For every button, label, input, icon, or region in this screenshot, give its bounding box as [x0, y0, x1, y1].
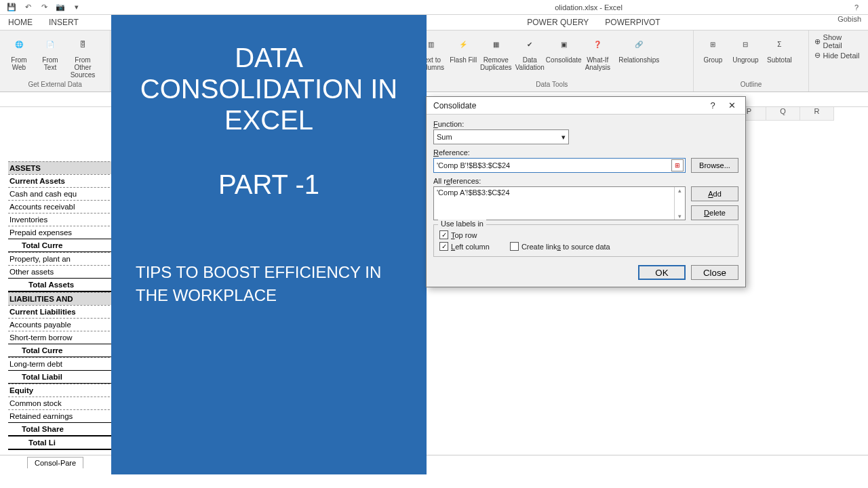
overlay-tagline: TIPS TO BOOST EFFICIENCY IN THE WORKPLAC…: [136, 261, 402, 306]
bsheet-row[interactable]: Prepaid expenses: [8, 226, 117, 239]
from-other-button[interactable]: 🗄 From Other Sources: [66, 33, 99, 79]
group-icon: ⊞: [702, 33, 724, 55]
bsheet-row[interactable]: Short-term borrow: [8, 331, 117, 344]
bsheet-row[interactable]: ASSETS: [8, 161, 117, 174]
consolidate-button[interactable]: ▣ Consolidate: [547, 33, 580, 64]
close-button[interactable]: Close: [691, 265, 738, 280]
chevron-down-icon: ▾: [561, 133, 566, 142]
bsheet-row[interactable]: Property, plant an: [8, 252, 117, 265]
whatif-label: What-If Analysis: [581, 56, 614, 71]
col-header[interactable]: Q: [766, 107, 800, 121]
overlay-subheading: PART -1: [136, 169, 402, 200]
close-icon[interactable]: ✕: [722, 99, 741, 113]
flash-fill-button[interactable]: ⚡ Flash Fill: [448, 33, 478, 64]
redo-icon[interactable]: ↷: [38, 2, 50, 13]
bsheet-row[interactable]: Equity: [8, 384, 117, 396]
relationships-label: Relationships: [618, 56, 659, 64]
tab-insert[interactable]: INSERT: [41, 15, 87, 30]
balance-sheet-range[interactable]: ASSETSCurrent AssetsCash and cash equAcc…: [8, 161, 117, 450]
tab-home[interactable]: HOME: [0, 15, 41, 30]
function-select[interactable]: Sum ▾: [433, 129, 569, 144]
bsheet-row[interactable]: Current Assets: [8, 174, 117, 187]
subtotal-button[interactable]: Σ Subtotal: [763, 33, 795, 64]
scroll-down-icon[interactable]: ▾: [678, 213, 682, 220]
use-labels-fieldset: Use labels in ✓ Top row ✓ Left column Cr…: [433, 224, 738, 257]
group-label: Group: [703, 56, 722, 64]
bsheet-row[interactable]: LIABILITIES AND: [8, 292, 117, 305]
duplicates-icon: ▦: [485, 33, 507, 55]
range-picker-icon[interactable]: ⊞: [671, 159, 684, 171]
bsheet-row[interactable]: Total Share: [8, 422, 117, 436]
dropdown-icon[interactable]: ▾: [71, 2, 83, 13]
bsheet-row[interactable]: Total Li: [8, 436, 117, 450]
help-icon[interactable]: ?: [703, 99, 722, 113]
hide-detail-button[interactable]: ⊖Hide Detail: [814, 51, 863, 60]
title-overlay: DATA CONSOLIDATION IN EXCEL PART -1 TIPS…: [111, 15, 427, 474]
ok-button[interactable]: OK: [638, 265, 686, 280]
whatif-button[interactable]: ❓ What-If Analysis: [581, 33, 614, 71]
user-name[interactable]: Gobish: [837, 15, 868, 30]
bsheet-row[interactable]: Current Liabilities: [8, 305, 117, 318]
function-label: Function:: [433, 120, 738, 128]
database-icon: 🗄: [72, 33, 94, 55]
flash-icon: ⚡: [452, 33, 474, 55]
group-button[interactable]: ⊞ Group: [698, 33, 728, 64]
globe-icon: 🌐: [8, 33, 30, 55]
bsheet-row[interactable]: Total Curre: [8, 344, 117, 357]
group-datatools-label: Data Tools: [410, 81, 693, 90]
scrollbar[interactable]: ▴▾: [674, 187, 685, 220]
camera-icon[interactable]: 📷: [54, 2, 66, 13]
bsheet-row[interactable]: Accounts payable: [8, 318, 117, 331]
bsheet-row[interactable]: Total Assets: [8, 278, 117, 292]
sheet-tab[interactable]: Consol-Pare: [27, 457, 83, 468]
allref-item: 'Comp A'!$B$3:$C$24: [437, 188, 510, 197]
validation-label: Data Validation: [513, 56, 546, 71]
scroll-up-icon[interactable]: ▴: [678, 187, 682, 194]
show-detail-button[interactable]: ⊕Show Detail: [814, 33, 863, 49]
remove-dup-label: Remove Duplicates: [479, 56, 512, 71]
help-icon[interactable]: ?: [850, 2, 863, 13]
allref-label: All references:: [433, 177, 738, 185]
flash-fill-label: Flash Fill: [450, 56, 477, 64]
save-icon[interactable]: 💾: [5, 2, 18, 13]
data-validation-button[interactable]: ✔ Data Validation: [513, 33, 546, 71]
remove-duplicates-button[interactable]: ▦ Remove Duplicates: [479, 33, 512, 71]
dialog-titlebar[interactable]: Consolidate ? ✕: [427, 97, 745, 115]
ungroup-button[interactable]: ⊟ Ungroup: [729, 33, 762, 64]
left-column-checkbox[interactable]: ✓ Left column: [439, 242, 490, 251]
delete-button[interactable]: Delete: [691, 205, 738, 220]
top-row-checkbox[interactable]: ✓ Top row: [439, 230, 732, 239]
bsheet-row[interactable]: Cash and cash equ: [8, 187, 117, 200]
col-header[interactable]: R: [800, 107, 834, 121]
reference-input[interactable]: 'Comp B'!$B$3:$C$24 ⊞: [433, 158, 686, 173]
window-title: olidation.xlsx - Excel: [83, 3, 850, 12]
bsheet-row[interactable]: Retained earnings: [8, 409, 117, 422]
from-web-button[interactable]: 🌐 From Web: [4, 33, 34, 71]
create-links-checkbox[interactable]: Create links to source data: [510, 242, 610, 251]
consolidate-label: Consolidate: [546, 56, 582, 64]
browse-button[interactable]: Browse...: [691, 158, 738, 173]
undo-icon[interactable]: ↶: [22, 2, 34, 13]
bsheet-row[interactable]: Common stock: [8, 396, 117, 409]
validation-icon: ✔: [519, 33, 540, 55]
from-text-button[interactable]: 📄 From Text: [35, 33, 65, 71]
bsheet-row[interactable]: Total Curre: [8, 239, 117, 252]
ungroup-icon: ⊟: [734, 33, 756, 55]
group-outline-label: Outline: [694, 81, 808, 90]
subtotal-icon: Σ: [768, 33, 790, 55]
tab-powerpivot[interactable]: POWERPIVOT: [597, 15, 668, 30]
bsheet-row[interactable]: Other assets: [8, 265, 117, 278]
function-value: Sum: [437, 133, 452, 141]
plus-icon: ⊕: [814, 37, 821, 46]
tab-power-query[interactable]: POWER QUERY: [519, 15, 597, 30]
relationships-button[interactable]: 🔗 Relationships: [615, 33, 663, 64]
quick-access-toolbar: 💾 ↶ ↷ 📷 ▾: [0, 2, 83, 13]
bsheet-row[interactable]: Long-term debt: [8, 357, 117, 370]
bsheet-row[interactable]: Inventories: [8, 213, 117, 226]
allref-list[interactable]: 'Comp A'!$B$3:$C$24 ▴▾: [433, 186, 686, 220]
consolidate-dialog: Consolidate ? ✕ Function: Sum ▾ Referenc…: [426, 96, 746, 287]
bsheet-row[interactable]: Accounts receivabl: [8, 200, 117, 213]
bsheet-row[interactable]: Total Liabil: [8, 370, 117, 384]
checkbox-icon: [510, 242, 519, 251]
add-button[interactable]: Add: [691, 186, 738, 201]
